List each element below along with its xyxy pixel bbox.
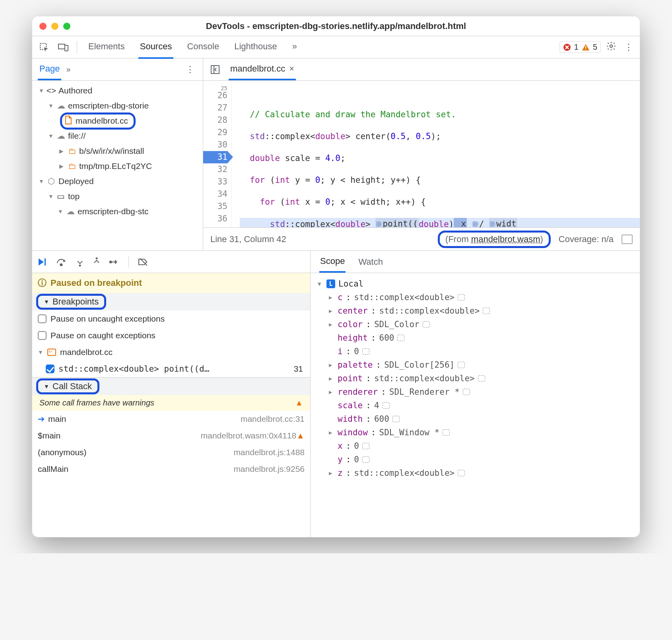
scope-variable[interactable]: i: 0 (318, 345, 633, 358)
step-over-icon[interactable] (56, 258, 67, 266)
close-tab-icon[interactable]: × (289, 64, 294, 74)
debugger-toolbar (32, 251, 310, 273)
stack-frame[interactable]: $mainmandelbrot.wasm:0x4118▲ (32, 427, 310, 444)
scope-variable[interactable]: height: 600 (318, 331, 633, 345)
step-into-icon[interactable] (76, 257, 84, 267)
cloud-icon: ☁ (56, 101, 66, 111)
settings-icon[interactable] (604, 41, 618, 54)
more-icon[interactable]: ⋮ (622, 42, 636, 52)
scope-local-header[interactable]: ▼LLocal (318, 277, 633, 291)
pause-banner: ⓘ Paused on breakpoint (32, 273, 310, 293)
main-tab-bar: Elements Sources Console Lighthouse » 1 … (32, 36, 640, 58)
svg-rect-5 (585, 49, 586, 50)
scope-variable[interactable]: ▶window: SDL_Window * (318, 426, 633, 439)
memory-icon[interactable] (383, 402, 390, 409)
inlay-hint[interactable] (472, 221, 479, 227)
debugger-sidebar: ⓘ Paused on breakpoint ▼Breakpoints Paus… (32, 251, 311, 537)
tab-console[interactable]: Console (185, 36, 221, 59)
tree-origin[interactable]: emscripten-dbg-stc (78, 207, 149, 216)
memory-icon[interactable] (397, 335, 404, 341)
tab-elements[interactable]: Elements (87, 36, 126, 59)
cloud-icon: ☁ (66, 207, 75, 216)
memory-icon[interactable] (478, 375, 485, 382)
pause-caught-checkbox[interactable]: Pause on caught exceptions (32, 327, 310, 344)
scope-panel: Scope Watch ▼LLocal ▶c: std::complex<dou… (311, 251, 640, 537)
step-out-icon[interactable] (93, 257, 101, 267)
source-origin-pill[interactable]: (From mandelbrot.wasm) (438, 231, 551, 248)
navigator-more-icon[interactable]: ⋮ (183, 64, 197, 75)
svg-point-9 (60, 264, 62, 266)
scope-variable[interactable]: scale: 4 (318, 399, 633, 412)
sources-subtabs: Page » ⋮ mandelbrot.cc × (32, 58, 640, 81)
inlay-hint[interactable]: x (454, 218, 467, 227)
inlay-hint[interactable]: widt (489, 218, 517, 227)
memory-icon[interactable] (458, 294, 465, 301)
code-editor[interactable]: 25 26 27 28 29 30 31 32 33 34 35 36 37 /… (203, 81, 640, 250)
scope-variable[interactable]: x: 0 (318, 439, 633, 453)
navigator-tab-page[interactable]: Page (38, 59, 61, 80)
line-gutter[interactable]: 25 26 27 28 29 30 31 32 33 34 35 36 37 (203, 81, 232, 227)
scope-variable[interactable]: ▶z: std::complex<double> (318, 466, 633, 480)
editor-file-tab[interactable]: mandelbrot.cc × (229, 59, 296, 80)
inspect-icon[interactable] (36, 39, 52, 55)
memory-icon[interactable] (362, 348, 369, 355)
tree-file-scheme[interactable]: file:// (68, 131, 85, 141)
section-breakpoints-header[interactable]: ▼Breakpoints (32, 293, 310, 310)
memory-icon[interactable] (362, 443, 369, 449)
scope-variable[interactable]: y: 0 (318, 453, 633, 466)
memory-icon[interactable] (483, 308, 490, 314)
window-title: DevTools - emscripten-dbg-stories.netlif… (32, 21, 640, 31)
section-callstack-header[interactable]: ▼Call Stack (32, 378, 310, 395)
bp-file-row[interactable]: ▼mandelbrot.cc (32, 344, 310, 361)
toggle-navigator-icon[interactable] (207, 62, 223, 78)
deactivate-breakpoints-icon[interactable] (138, 258, 149, 266)
tree-top[interactable]: top (68, 192, 80, 201)
info-icon: ⓘ (38, 277, 47, 289)
tab-watch[interactable]: Watch (357, 252, 384, 272)
memory-icon[interactable] (458, 470, 465, 476)
code-body[interactable]: // Calculate and draw the Mandelbrot set… (232, 81, 640, 227)
stack-frame[interactable]: (anonymous)mandelbrot.js:1488 (32, 444, 310, 461)
highlighted-file[interactable]: mandelbrot.cc (60, 112, 136, 130)
scope-variable[interactable]: ▶color: SDL_Color (318, 318, 633, 331)
tree-origin[interactable]: emscripten-dbg-storie (68, 101, 149, 111)
scope-variable[interactable]: ▶renderer: SDL_Renderer * (318, 385, 633, 399)
scope-variable[interactable]: ▶c: std::complex<double> (318, 291, 633, 304)
source-origin-link[interactable]: mandelbrot.wasm (471, 234, 540, 244)
navigator-overflow-icon[interactable]: » (66, 65, 70, 74)
memory-icon[interactable] (443, 429, 450, 436)
warning-icon (582, 43, 590, 51)
stack-frame[interactable]: ➔mainmandelbrot.cc:31 (32, 411, 310, 427)
tab-sources[interactable]: Sources (138, 36, 174, 59)
tree-path[interactable]: b/s/w/ir/x/w/install (79, 146, 144, 156)
step-icon[interactable] (109, 258, 120, 266)
scope-variable[interactable]: ▶point: std::complex<double> (318, 372, 633, 385)
tab-lighthouse[interactable]: Lighthouse (233, 36, 279, 59)
tree-authored[interactable]: Authored (58, 86, 92, 95)
memory-icon[interactable] (463, 389, 470, 395)
callstack-warning: Some call frames have warnings ▲ (32, 395, 310, 411)
memory-icon[interactable] (362, 456, 369, 463)
memory-icon[interactable] (458, 362, 465, 368)
inlay-hint[interactable]: point(( (375, 218, 419, 227)
folder-icon: 🗀 (67, 161, 77, 171)
resume-icon[interactable] (37, 257, 47, 267)
stack-frame[interactable]: callMainmandelbrot.js:9256 (32, 461, 310, 477)
tree-deployed[interactable]: Deployed (58, 176, 94, 186)
issue-counter[interactable]: 1 5 (559, 41, 601, 53)
file-navigator[interactable]: ▼<>Authored ▼☁emscripten-dbg-storie mand… (32, 81, 203, 250)
tab-scope[interactable]: Scope (319, 251, 346, 273)
scope-variable[interactable]: width: 600 (318, 412, 633, 426)
tabs-overflow-icon[interactable]: » (291, 36, 299, 59)
memory-icon[interactable] (423, 321, 430, 328)
warning-icon: ▲ (296, 431, 305, 440)
tree-path[interactable]: tmp/tmp.ELcTq2YC (79, 161, 152, 171)
scope-variable[interactable]: ▶center: std::complex<double> (318, 304, 633, 318)
pause-uncaught-checkbox[interactable]: Pause on uncaught exceptions (32, 310, 310, 327)
scope-variable[interactable]: ▶palette: SDL_Color[256] (318, 358, 633, 372)
bp-entry[interactable]: std::complex<double> point((d… 31 (32, 361, 310, 377)
device-toggle-icon[interactable] (55, 39, 71, 55)
toggle-debugger-icon[interactable] (622, 235, 633, 244)
devtools-window: DevTools - emscripten-dbg-stories.netlif… (32, 16, 640, 537)
memory-icon[interactable] (392, 416, 400, 422)
